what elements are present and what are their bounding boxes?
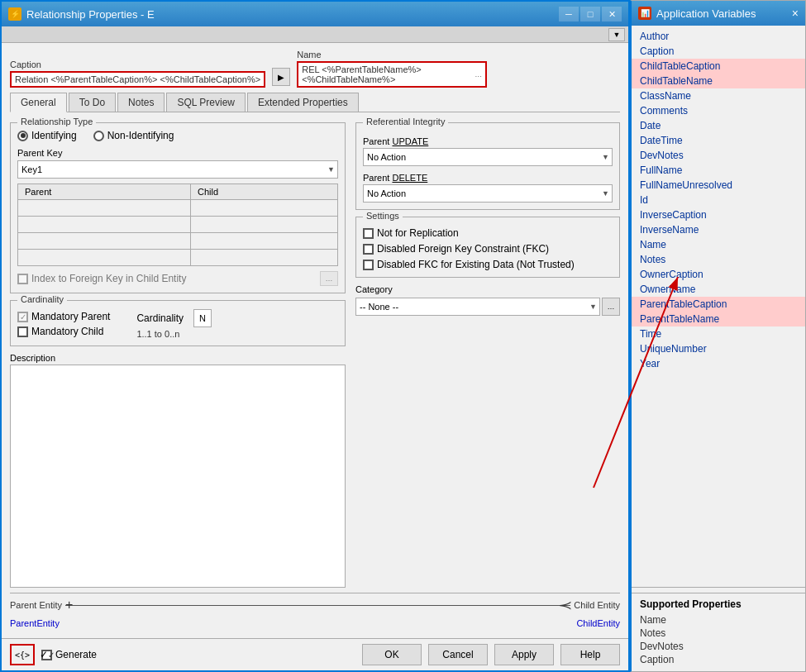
mandatory-child-checkbox[interactable]: [17, 326, 28, 337]
disabled-fkc-existing-checkbox[interactable]: [363, 260, 374, 270]
tab-sql-preview[interactable]: SQL Preview: [166, 93, 246, 112]
supported-properties-title: Supported Properties: [640, 598, 797, 610]
cardinality-group: Cardinality Mandatory Parent Mandatory C…: [10, 300, 346, 346]
av-list-item[interactable]: DevNotes: [632, 148, 805, 163]
minimize-button[interactable]: ─: [559, 7, 579, 21]
index-checkbox[interactable]: [17, 274, 28, 284]
parent-update-underline: UPDATE: [392, 136, 428, 146]
mandatory-parent-label: Mandatory Parent: [31, 311, 110, 322]
identifying-radio-label[interactable]: Identifying: [17, 130, 77, 141]
maximize-button[interactable]: □: [580, 7, 600, 21]
parent-key-select[interactable]: Key1: [17, 160, 338, 179]
generate-checkbox[interactable]: ✓: [41, 650, 52, 660]
ok-button[interactable]: OK: [362, 644, 422, 665]
av-list-item[interactable]: Notes: [632, 252, 805, 267]
identifying-radio[interactable]: [17, 131, 28, 141]
parent-tick: +: [65, 598, 73, 612]
table-row: [18, 250, 338, 266]
help-button[interactable]: Help: [560, 644, 620, 665]
av-list-item[interactable]: Name: [632, 237, 805, 252]
parent-col-header: Parent: [18, 184, 191, 200]
av-list-item[interactable]: OwnerCaption: [632, 267, 805, 282]
caption-input[interactable]: Relation <%ParentTableCaption%> <%ChildT…: [10, 71, 265, 88]
category-button[interactable]: …: [602, 298, 620, 316]
tab-general[interactable]: General: [10, 93, 67, 112]
supported-property-item: Notes: [640, 627, 797, 640]
av-list-item[interactable]: DateTime: [632, 133, 805, 148]
child-col-header: Child: [191, 184, 338, 200]
supported-properties-list: NameNotesDevNotesCaption: [640, 613, 797, 666]
cardinality-left: Mandatory Parent Mandatory Child: [17, 311, 110, 337]
disabled-fkc-checkbox[interactable]: [363, 244, 374, 255]
av-list-item[interactable]: Year: [632, 356, 805, 371]
entity-links-row: ParentEntity ChildEntity: [10, 618, 620, 631]
name-field-group: Name REL <%ParentTableName%> <%ChildTabl…: [297, 50, 487, 88]
av-list-item[interactable]: FullName: [632, 163, 805, 178]
non-identifying-radio-label[interactable]: Non-Identifying: [93, 130, 174, 141]
parent-update-select[interactable]: No Action: [363, 148, 613, 166]
non-identifying-radio[interactable]: [93, 131, 104, 141]
name-ellipsis-button[interactable]: …: [475, 70, 482, 79]
dropdown-arrow-button[interactable]: ▼: [608, 28, 625, 41]
cardinality-range: 1..1 to 0..n: [136, 329, 212, 339]
av-list-item[interactable]: Author: [632, 29, 805, 44]
av-list-item[interactable]: Comments: [632, 103, 805, 118]
close-button[interactable]: ✕: [602, 7, 622, 21]
parent-delete-underline: DELETE: [392, 173, 427, 183]
parent-update-label: Parent UPDATE: [363, 136, 613, 146]
child-entity-link[interactable]: ChildEntity: [576, 618, 620, 628]
entity-line: + ≺: [65, 605, 570, 606]
tab-extended-properties[interactable]: Extended Properties: [247, 93, 359, 112]
av-list-item[interactable]: Caption: [632, 44, 805, 59]
tab-notes[interactable]: Notes: [117, 93, 165, 112]
description-label: Description: [10, 353, 346, 363]
not-for-replication-checkbox[interactable]: [363, 228, 374, 239]
mandatory-child-row: Mandatory Child: [17, 326, 110, 337]
name-input[interactable]: REL <%ParentTableName%> <%ChildTableName…: [297, 61, 487, 88]
apply-button[interactable]: Apply: [494, 644, 554, 665]
child-entity-label: Child Entity: [574, 600, 620, 610]
av-list-item[interactable]: ParentTableName: [632, 312, 805, 326]
cardinality-title: Cardinality: [17, 294, 67, 304]
window-controls: ─ □ ✕: [559, 7, 622, 21]
av-list-item[interactable]: Id: [632, 193, 805, 207]
relationship-type-group: Relationship Type Identifying Non-Identi…: [10, 122, 346, 293]
av-list-item[interactable]: InverseCaption: [632, 207, 805, 222]
description-textarea[interactable]: [10, 365, 346, 588]
av-list-item[interactable]: FullNameUnresolved: [632, 178, 805, 193]
app-vars-close-button[interactable]: ×: [792, 7, 799, 20]
caption-field-group: Caption Relation <%ParentTableCaption%> …: [10, 60, 265, 88]
av-list-item[interactable]: InverseName: [632, 222, 805, 237]
parent-entity-link[interactable]: ParentEntity: [10, 618, 60, 628]
mandatory-parent-checkbox[interactable]: [17, 312, 28, 322]
index-checkbox-row: Index to Foreign Key in Child Entity …: [17, 271, 338, 286]
av-list-item[interactable]: ChildTableCaption: [632, 59, 805, 74]
parent-key-select-wrapper: Key1: [17, 160, 338, 179]
parent-delete-select[interactable]: No Action: [363, 184, 613, 203]
relationship-type-title: Relationship Type: [17, 117, 96, 126]
supported-properties-section: Supported Properties NameNotesDevNotesCa…: [632, 593, 805, 671]
supported-property-item: Caption: [640, 653, 797, 666]
av-list-item[interactable]: Date: [632, 118, 805, 133]
cancel-button[interactable]: Cancel: [428, 644, 488, 665]
parent-child-table: Parent Child: [17, 183, 338, 266]
cardinality-row: Mandatory Parent Mandatory Child Cardina…: [17, 309, 338, 339]
code-button[interactable]: <{>: [10, 644, 35, 665]
av-list-item[interactable]: ParentTableCaption: [632, 297, 805, 312]
dialog-titlebar: ⚡ Relationship Properties - E ─ □ ✕: [2, 2, 628, 26]
not-for-replication-row: Not for Replication: [363, 227, 613, 239]
dropdown-bar: ▼: [2, 26, 628, 43]
caption-arrow-button[interactable]: ▶: [272, 68, 290, 86]
table-row: [18, 217, 338, 233]
av-list-item[interactable]: UniqueNumber: [632, 341, 805, 356]
av-list-item[interactable]: OwnerName: [632, 282, 805, 297]
av-list-item[interactable]: Time: [632, 326, 805, 341]
settings-checks: Not for Replication Disabled Foreign Key…: [363, 226, 613, 270]
mandatory-child-label: Mandatory Child: [31, 326, 103, 337]
parent-delete-label: Parent DELETE: [363, 173, 613, 183]
av-list-item[interactable]: ChildTableName: [632, 74, 805, 88]
category-select[interactable]: -- None --: [355, 298, 600, 316]
av-list-item[interactable]: ClassName: [632, 88, 805, 103]
app-vars-title: Application Variables: [656, 7, 756, 20]
tab-todo[interactable]: To Do: [69, 93, 116, 112]
